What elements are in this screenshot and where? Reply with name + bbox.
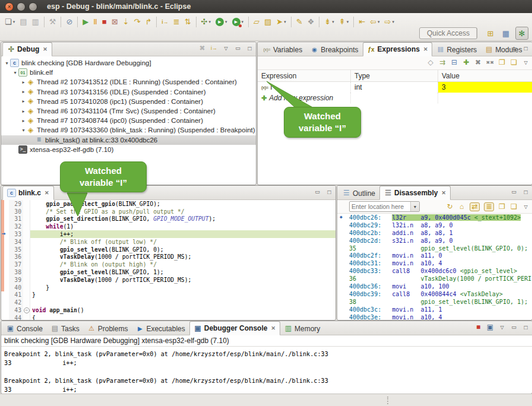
- debug-perspective-button[interactable]: ✻: [515, 27, 528, 40]
- open-resource-button[interactable]: ▨: [262, 17, 273, 27]
- debug-button[interactable]: ✣▾: [200, 17, 213, 27]
- previous-annotation-button[interactable]: ⇞▾: [337, 17, 350, 27]
- elf-icon[interactable]: 01: [18, 68, 27, 77]
- hide-running-threads-button[interactable]: ≣: [172, 17, 182, 27]
- tab-tasks[interactable]: ▤ Tasks: [47, 322, 84, 335]
- debug-tree-row[interactable]: ▸◈Thread #3 1073413156 (IDLE) (Suspended…: [1, 87, 256, 97]
- save-all-button[interactable]: ▥: [30, 17, 40, 27]
- expression-row[interactable]: (x)= i int 3: [258, 82, 532, 93]
- resume-button[interactable]: ▶: [81, 17, 90, 27]
- refresh-icon[interactable]: ↻: [446, 203, 454, 211]
- chevron-down-icon[interactable]: ▾: [392, 20, 394, 24]
- chevron-down-icon[interactable]: ▾: [332, 20, 334, 24]
- terminate-console-icon[interactable]: ■: [474, 323, 482, 331]
- debug-tree-row[interactable]: ▸◈Thread #5 1073410208 (ipc1) (Suspended…: [1, 97, 256, 106]
- tree-expander-icon[interactable]: ▸: [20, 89, 27, 94]
- instruction-stepping-icon[interactable]: i→: [210, 45, 218, 52]
- remove-all-terminated-icon[interactable]: ✖: [198, 45, 206, 52]
- external-tools-button[interactable]: ▶▾: [230, 17, 246, 27]
- tab-disassembly[interactable]: ☰ Disassembly ✕: [379, 186, 451, 200]
- tree-expander-icon[interactable]: ▾: [4, 61, 10, 66]
- link-debug-context-icon[interactable]: ⇄: [470, 202, 480, 211]
- debug-tree-row[interactable]: ▾01blink.elf: [1, 68, 256, 77]
- show-source-icon[interactable]: ≣: [484, 202, 494, 211]
- minimize-icon[interactable]: ▭: [234, 45, 242, 52]
- annotation-ruler[interactable]: [1, 253, 9, 261]
- annotation-ruler[interactable]: [1, 276, 9, 284]
- close-icon[interactable]: ✕: [441, 190, 446, 196]
- step-over-button[interactable]: ↷: [132, 17, 142, 27]
- chevron-down-icon[interactable]: ▾: [347, 20, 349, 24]
- chevron-down-icon[interactable]: ▼: [410, 202, 419, 211]
- tab-outline[interactable]: ☰ Outline: [338, 187, 379, 199]
- folding-ruler[interactable]: −: [23, 306, 30, 314]
- open-new-view-icon[interactable]: ❏: [510, 59, 518, 66]
- close-icon[interactable]: ✕: [423, 46, 428, 52]
- minimize-icon[interactable]: ▭: [510, 188, 518, 196]
- debug-tree-row[interactable]: ▸◈Thread #2 1073413512 (IDLE : Running) …: [1, 77, 256, 87]
- cpp-perspective-button[interactable]: ▦: [500, 27, 512, 39]
- c-app-icon[interactable]: c: [10, 59, 19, 67]
- annotation-ruler[interactable]: [1, 215, 9, 223]
- tab-variables[interactable]: (x)= Variables: [259, 43, 306, 56]
- window-maximize-button[interactable]: [28, 2, 37, 11]
- location-combo[interactable]: ▼: [349, 201, 420, 212]
- run-button[interactable]: ▶▾: [214, 17, 229, 27]
- gdb-icon[interactable]: >_: [18, 145, 27, 154]
- maximize-icon[interactable]: □: [522, 323, 530, 331]
- collapse-all-icon[interactable]: ⊟: [451, 59, 458, 66]
- skip-all-breakpoints-button[interactable]: ⊘: [64, 17, 74, 27]
- open-project-button[interactable]: ▱: [252, 17, 261, 27]
- annotation-ruler[interactable]: [1, 299, 9, 306]
- view-menu-icon[interactable]: ▽: [522, 59, 530, 66]
- maximize-icon[interactable]: □: [246, 45, 254, 52]
- build-button[interactable]: ⚒: [48, 17, 58, 27]
- debug-tree-row-selected[interactable]: ≡blink_task() at blink.c:33 0x400dbc26: [1, 135, 256, 145]
- annotation-ruler[interactable]: [1, 238, 9, 246]
- remove-selected-icon[interactable]: ✖: [474, 59, 482, 66]
- tab-debug[interactable]: ✣ Debug ✕: [2, 42, 52, 56]
- open-perspective-button[interactable]: ⊞: [484, 27, 496, 39]
- debug-tree-row[interactable]: ▸◈Thread #7 1073408744 (ipc0) (Suspended…: [1, 116, 256, 125]
- annotation-ruler[interactable]: [1, 314, 9, 321]
- remove-all-icon[interactable]: ✖✖: [486, 59, 494, 66]
- tab-problems[interactable]: ⚠ Problems: [84, 322, 132, 335]
- suspend-button[interactable]: ‖: [91, 17, 99, 27]
- tab-memory[interactable]: ▥ Memory: [280, 322, 324, 335]
- chevron-down-icon[interactable]: ▾: [209, 20, 211, 24]
- window-minimize-button[interactable]: [17, 2, 26, 11]
- fold-marker-icon[interactable]: −: [24, 307, 30, 313]
- close-icon[interactable]: ✕: [271, 325, 276, 331]
- disassembly-listing[interactable]: ◆400dbc26: l32r a9, 0x400d045c <_stext+1…: [337, 214, 532, 320]
- next-annotation-button[interactable]: ⇟▾: [322, 17, 335, 27]
- close-icon[interactable]: ✕: [45, 190, 49, 196]
- show-type-names-icon[interactable]: ◇: [427, 59, 435, 66]
- minimize-icon[interactable]: ▭: [510, 45, 518, 52]
- tree-expander-icon[interactable]: ▸: [20, 118, 27, 123]
- show-logical-structure-icon[interactable]: ⇉: [439, 59, 446, 66]
- show-whitespace-button[interactable]: ❖: [306, 17, 316, 27]
- tab-executables[interactable]: ▶ Executables: [132, 322, 189, 335]
- detach-view-icon[interactable]: ❐: [498, 59, 506, 66]
- thread-icon[interactable]: ◈: [27, 78, 34, 86]
- last-edit-location-button[interactable]: ⇤: [357, 17, 367, 27]
- add-expression-row[interactable]: ✚ Add new expression: [258, 93, 532, 103]
- maximize-icon[interactable]: □: [325, 188, 333, 196]
- tree-expander-icon[interactable]: ▾: [20, 128, 27, 133]
- tree-expander-icon[interactable]: ▸: [20, 99, 27, 104]
- new-wizard-button[interactable]: ❏▾: [3, 17, 17, 27]
- maximize-icon[interactable]: □: [522, 188, 530, 196]
- thread-icon[interactable]: ◈: [27, 88, 34, 96]
- column-expression[interactable]: Expression: [258, 70, 351, 81]
- tree-expander-icon[interactable]: ▸: [20, 109, 27, 114]
- view-menu-icon[interactable]: ▽: [498, 323, 506, 331]
- view-menu-icon[interactable]: ▽: [222, 45, 230, 52]
- code-editor[interactable]: 29 gpio_pad_select_gpio(BLINK_GPIO);30 /…: [1, 200, 335, 320]
- quick-access-button[interactable]: Quick Access: [419, 27, 477, 39]
- annotation-ruler[interactable]: [1, 208, 9, 215]
- save-button[interactable]: ▤: [18, 17, 28, 27]
- launch-history-button[interactable]: ➤▾: [274, 17, 287, 27]
- annotation-ruler[interactable]: [1, 246, 9, 253]
- forward-button[interactable]: ⇨▾: [383, 17, 396, 27]
- mark-occurrences-button[interactable]: ✎: [294, 17, 305, 27]
